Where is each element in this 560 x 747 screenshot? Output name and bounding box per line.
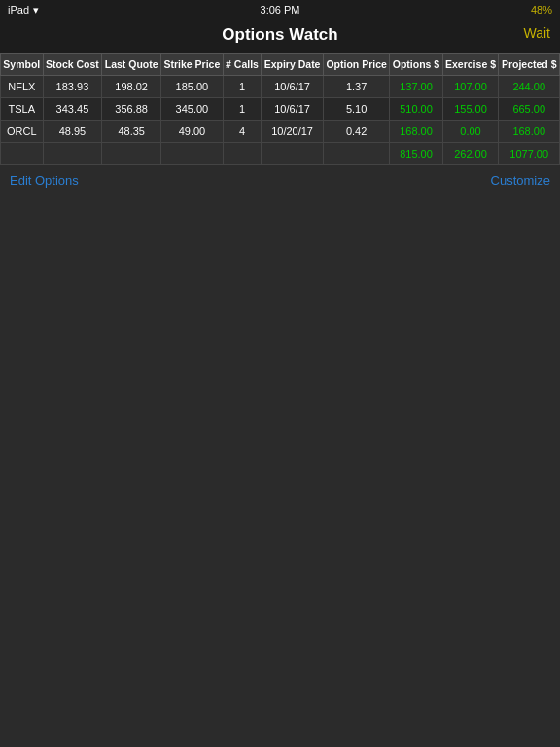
cell-options: 510.00	[390, 97, 442, 120]
col-header-last-quote: Last Quote	[102, 54, 161, 76]
totals-empty-2	[43, 142, 102, 164]
table-row: TSLA 343.45 356.88 345.00 1 10/6/17 5.10…	[1, 97, 560, 120]
cell-projected: 665.00	[499, 97, 560, 120]
cell-symbol: NFLX	[1, 75, 44, 97]
cell-option-price: 0.42	[323, 120, 389, 142]
totals-empty-5	[223, 142, 261, 164]
battery-label: 48%	[531, 4, 552, 16]
nav-wait-label: Wait	[524, 25, 550, 41]
status-left: iPad ▾	[8, 4, 39, 17]
totals-empty-4	[161, 142, 224, 164]
options-table: Symbol Stock Cost Last Quote Strike Pric…	[0, 53, 560, 165]
cell-options: 137.00	[390, 75, 442, 97]
cell-projected: 244.00	[499, 75, 560, 97]
signal-icon: ▾	[33, 4, 39, 17]
totals-projected: 1077.00	[499, 142, 560, 164]
customize-button[interactable]: Customize	[491, 173, 550, 188]
cell-stock-cost: 48.95	[43, 120, 102, 142]
col-header-exercise: Exercise $	[442, 54, 499, 76]
cell-option-price: 5.10	[323, 97, 389, 120]
col-header-expiry-date: Expiry Date	[262, 54, 324, 76]
cell-strike-price: 49.00	[161, 120, 224, 142]
totals-options: 815.00	[390, 142, 442, 164]
cell-calls: 1	[223, 75, 261, 97]
status-right: 48%	[531, 4, 552, 16]
table-header-row: Symbol Stock Cost Last Quote Strike Pric…	[1, 54, 560, 76]
cell-last-quote: 198.02	[102, 75, 161, 97]
table-row: NFLX 183.93 198.02 185.00 1 10/6/17 1.37…	[1, 75, 560, 97]
cell-options: 168.00	[390, 120, 442, 142]
totals-exercise: 262.00	[442, 142, 499, 164]
cell-exercise: 0.00	[442, 120, 499, 142]
empty-area	[0, 194, 560, 655]
cell-calls: 4	[223, 120, 261, 142]
col-header-option-price: Option Price	[323, 54, 389, 76]
cell-symbol: ORCL	[1, 120, 44, 142]
cell-last-quote: 48.35	[102, 120, 161, 142]
edit-options-button[interactable]: Edit Options	[10, 173, 79, 188]
col-header-stock-cost: Stock Cost	[43, 54, 102, 76]
cell-stock-cost: 183.93	[43, 75, 102, 97]
cell-option-price: 1.37	[323, 75, 389, 97]
nav-title: Options Watch	[222, 25, 337, 44]
cell-strike-price: 185.00	[161, 75, 224, 97]
totals-empty-3	[102, 142, 161, 164]
status-bar: iPad ▾ 3:06 PM 48%	[0, 0, 560, 19]
cell-projected: 168.00	[499, 120, 560, 142]
bottom-toolbar: Edit Options Customize	[0, 167, 560, 194]
col-header-options: Options $	[390, 54, 442, 76]
cell-last-quote: 356.88	[102, 97, 161, 120]
totals-empty-7	[323, 142, 389, 164]
cell-expiry: 10/6/17	[262, 97, 324, 120]
col-header-projected: Projected $	[499, 54, 560, 76]
cell-stock-cost: 343.45	[43, 97, 102, 120]
cell-symbol: TSLA	[1, 97, 44, 120]
col-header-symbol: Symbol	[1, 54, 44, 76]
totals-empty-6	[262, 142, 324, 164]
cell-exercise: 155.00	[442, 97, 499, 120]
cell-exercise: 107.00	[442, 75, 499, 97]
options-table-container: Symbol Stock Cost Last Quote Strike Pric…	[0, 53, 560, 165]
cell-calls: 1	[223, 97, 261, 120]
totals-row: 815.00 262.00 1077.00	[1, 142, 560, 164]
cell-expiry: 10/6/17	[262, 75, 324, 97]
device-label: iPad	[8, 4, 29, 16]
col-header-calls: # Calls	[223, 54, 261, 76]
totals-empty-1	[1, 142, 44, 164]
nav-bar: Options Watch Wait	[0, 19, 560, 53]
col-header-strike-price: Strike Price	[161, 54, 224, 76]
table-row: ORCL 48.95 48.35 49.00 4 10/20/17 0.42 1…	[1, 120, 560, 142]
cell-expiry: 10/20/17	[262, 120, 324, 142]
status-time: 3:06 PM	[261, 4, 300, 16]
cell-strike-price: 345.00	[161, 97, 224, 120]
